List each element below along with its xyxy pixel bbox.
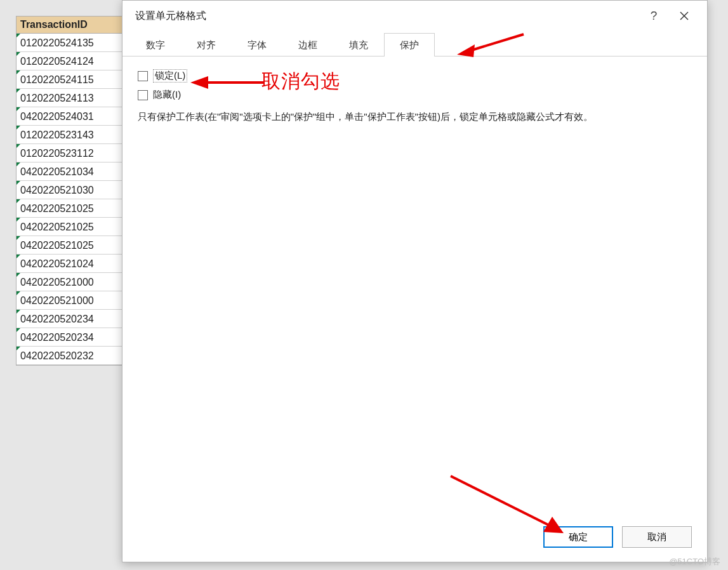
protect-info-text: 只有保护工作表(在"审阅"选项卡上的"保护"组中，单击"保护工作表"按钮)后，锁… [138, 109, 692, 125]
table-row[interactable]: 0420220520232 [17, 347, 129, 365]
table-row[interactable]: 0420220521030 [17, 181, 129, 199]
table-row[interactable]: 0420220521025 [17, 236, 129, 255]
help-button[interactable]: ? [641, 3, 666, 29]
table-row[interactable]: 0420220521000 [17, 273, 129, 291]
dialog-title: 设置单元格格式 [135, 10, 641, 23]
column-header: TransactionID [17, 17, 129, 34]
tab-border[interactable]: 边框 [282, 33, 333, 56]
cancel-button[interactable]: 取消 [622, 526, 692, 548]
table-row[interactable]: 0420220521025 [17, 199, 129, 218]
lock-checkbox[interactable] [138, 71, 148, 81]
tab-number[interactable]: 数字 [130, 33, 181, 56]
dialog-tabs: 数字 对齐 字体 边框 填充 保护 [122, 31, 707, 56]
table-row[interactable]: 0420220521000 [17, 291, 129, 310]
tab-align[interactable]: 对齐 [181, 33, 232, 56]
close-icon [680, 11, 689, 20]
format-cells-dialog: 设置单元格格式 ? 数字 对齐 字体 边框 填充 保护 锁定(L) 隐藏(I) … [122, 0, 708, 562]
hide-label: 隐藏(I) [153, 89, 181, 101]
dialog-body: 锁定(L) 隐藏(I) 只有保护工作表(在"审阅"选项卡上的"保护"组中，单击"… [122, 56, 707, 138]
spreadsheet-column: TransactionID 0120220524135 012022052412… [16, 16, 130, 366]
tab-fill[interactable]: 填充 [333, 33, 384, 56]
lock-label: 锁定(L) [153, 69, 187, 83]
watermark: @51CTO博客 [669, 556, 720, 567]
dialog-titlebar: 设置单元格格式 ? [122, 1, 707, 31]
tab-font[interactable]: 字体 [232, 33, 282, 56]
tab-protect[interactable]: 保护 [384, 33, 435, 56]
table-row[interactable]: 0420220520234 [17, 328, 129, 347]
table-row[interactable]: 0120220524135 [17, 34, 129, 52]
table-row[interactable]: 0420220524031 [17, 107, 129, 126]
table-row[interactable]: 0420220520234 [17, 310, 129, 328]
table-row[interactable]: 0120220524115 [17, 70, 129, 89]
table-row[interactable]: 0120220524124 [17, 52, 129, 70]
hide-checkbox-row[interactable]: 隐藏(I) [138, 89, 692, 101]
table-row[interactable]: 0420220521034 [17, 162, 129, 181]
ok-button[interactable]: 确定 [543, 526, 613, 548]
table-row[interactable]: 0120220523143 [17, 126, 129, 144]
table-row[interactable]: 0420220521025 [17, 218, 129, 236]
hide-checkbox[interactable] [138, 90, 148, 100]
dialog-buttons: 确定 取消 [543, 526, 692, 548]
table-row[interactable]: 0120220523112 [17, 144, 129, 162]
table-row[interactable]: 0420220521024 [17, 255, 129, 273]
close-button[interactable] [672, 3, 697, 29]
lock-checkbox-row[interactable]: 锁定(L) [138, 69, 692, 83]
table-row[interactable]: 0120220524113 [17, 89, 129, 107]
